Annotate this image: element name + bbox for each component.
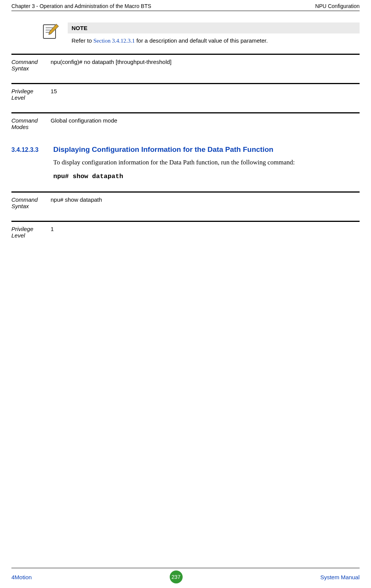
command-modes-value: Global configuration mode — [51, 116, 360, 130]
command-syntax-label: Command Syntax — [11, 58, 51, 72]
privilege-level-label-2: Privilege Level — [11, 225, 51, 239]
privilege-level-value: 15 — [51, 87, 360, 101]
page-footer: 4Motion 237 System Manual — [11, 568, 360, 588]
note-block: NOTE Refer to Section 3.4.12.3.1 for a d… — [42, 22, 360, 44]
note-suffix: for a description and default value of t… — [135, 37, 268, 44]
privilege-level-row-2: Privilege Level 1 — [11, 221, 360, 246]
command-modes-label: Command Modes — [11, 116, 51, 130]
page-number-badge: 237 — [170, 570, 183, 583]
note-title: NOTE — [68, 22, 360, 33]
privilege-level-value-2: 1 — [51, 225, 360, 239]
command-syntax-row-2: Command Syntax npu# show datapath — [11, 191, 360, 217]
command-modes-row: Command Modes Global configuration mode — [11, 112, 360, 138]
command-syntax-label-2: Command Syntax — [11, 196, 51, 209]
section-body: To display configuration information for… — [53, 158, 360, 167]
command-syntax-row: Command Syntax npu(config)# no datapath … — [11, 54, 360, 79]
header-right: NPU Configuration — [315, 3, 360, 9]
footer-left: 4Motion — [11, 574, 32, 580]
command-text: npu# show datapath — [53, 173, 360, 180]
note-prefix: Refer to — [72, 37, 94, 44]
section-title: Displaying Configuration Information for… — [53, 145, 273, 154]
page-header: Chapter 3 - Operation and Administration… — [11, 0, 360, 11]
note-icon — [42, 22, 60, 41]
privilege-level-label: Privilege Level — [11, 87, 51, 101]
footer-right: System Manual — [320, 574, 360, 580]
command-syntax-value-2: npu# show datapath — [51, 196, 360, 209]
note-text: Refer to Section 3.4.12.3.1 for a descri… — [68, 33, 360, 44]
section-number: 3.4.12.3.3 — [11, 147, 53, 153]
header-left: Chapter 3 - Operation and Administration… — [11, 3, 151, 9]
section-heading: 3.4.12.3.3 Displaying Configuration Info… — [11, 145, 360, 154]
privilege-level-row: Privilege Level 15 — [11, 83, 360, 108]
note-link[interactable]: Section 3.4.12.3.1 — [94, 38, 135, 44]
command-syntax-value: npu(config)# no datapath [throughput-thr… — [51, 58, 360, 72]
